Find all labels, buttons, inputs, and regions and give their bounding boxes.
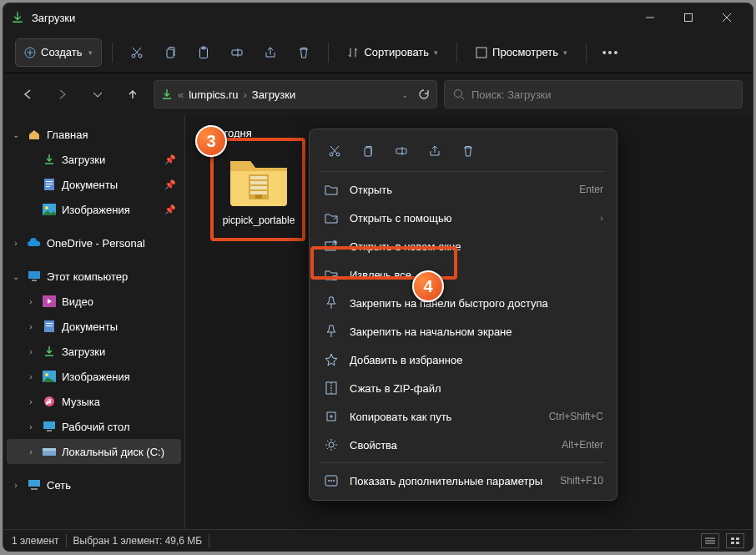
ctx-cut-button[interactable] — [320, 138, 350, 164]
back-button[interactable] — [13, 80, 42, 108]
ctx-openwith[interactable]: Открыть с помощью › — [315, 204, 612, 232]
delete-button[interactable] — [290, 38, 318, 67]
view-label: Просмотреть — [492, 46, 558, 58]
sidebar-downloads2[interactable]: › Загрузки — [7, 339, 181, 364]
sidebar-pictures[interactable]: Изображения 📌 — [7, 197, 181, 222]
ctx-copypath[interactable]: Копировать как путь Ctrl+Shift+C — [315, 402, 612, 431]
svg-rect-38 — [28, 480, 40, 487]
chevron-right-icon[interactable]: › — [25, 322, 37, 331]
ctx-delete-button[interactable] — [453, 138, 483, 164]
sidebar-localdisk[interactable]: › Локальный диск (C:) — [7, 439, 181, 464]
refresh-button[interactable] — [418, 88, 430, 100]
chevron-right-icon[interactable]: › — [25, 447, 37, 457]
ctx-more-options[interactable]: Показать дополнительные параметры Shift+… — [315, 467, 612, 495]
separator — [112, 43, 113, 63]
chevron-right-icon: › — [243, 88, 246, 101]
svg-rect-50 — [365, 148, 371, 156]
paste-button[interactable] — [189, 38, 218, 67]
window-title: Загрузки — [32, 12, 631, 24]
chevron-right-icon[interactable]: › — [25, 397, 37, 406]
ctx-copy-button[interactable] — [353, 138, 383, 164]
chevron-right-icon[interactable]: › — [25, 422, 37, 431]
view-button[interactable]: Просмотреть ▾ — [467, 38, 576, 67]
copy-button[interactable] — [156, 38, 184, 67]
ctx-newwindow[interactable]: Открыть в новом окне — [315, 232, 612, 260]
rename-button[interactable] — [223, 38, 251, 67]
chevron-right-icon[interactable]: › — [25, 297, 37, 306]
file-name: picpick_portable — [219, 214, 299, 226]
cut-button[interactable] — [123, 38, 151, 67]
sidebar-downloads[interactable]: Загрузки 📌 — [7, 147, 181, 172]
search-box[interactable]: Поиск: Загрузки — [444, 80, 743, 108]
svg-rect-67 — [736, 537, 739, 540]
up-button[interactable] — [118, 80, 147, 108]
chevron-down-icon[interactable]: ⌄ — [10, 272, 22, 281]
explorer-window: Загрузки Создать ▾ Сортировать ▾ Просм — [3, 3, 753, 552]
star-icon — [323, 351, 340, 368]
chevron-right-icon[interactable]: › — [10, 481, 22, 490]
ctx-pin-quickaccess[interactable]: Закрепить на панели быстрого доступа — [315, 289, 612, 317]
content-area[interactable]: ⌄ Сегодня picpick_portable — [185, 115, 753, 529]
sidebar-onedrive[interactable]: › OneDrive - Personal — [7, 230, 181, 255]
picture-icon — [42, 369, 57, 384]
file-item[interactable]: picpick_portable — [219, 149, 299, 226]
chevron-right-icon[interactable]: › — [10, 239, 22, 248]
view-details-button[interactable] — [701, 533, 719, 548]
view-icon — [476, 47, 487, 58]
status-count: 1 элемент — [12, 535, 59, 547]
chevron-right-icon[interactable]: › — [25, 347, 37, 356]
ctx-rename-button[interactable] — [386, 138, 416, 164]
close-button[interactable] — [708, 3, 746, 32]
view-icons-button[interactable] — [726, 533, 744, 548]
sort-button[interactable]: Сортировать ▾ — [339, 38, 446, 67]
chevron-down-icon: ▾ — [434, 48, 438, 57]
sidebar-video[interactable]: › Видео — [7, 289, 181, 314]
sidebar-desktop[interactable]: › Рабочий стол — [7, 414, 181, 439]
breadcrumb-root[interactable]: lumpics.ru — [189, 88, 238, 101]
sidebar-thispc[interactable]: ⌄ Этот компьютер — [7, 264, 181, 289]
newwindow-icon — [323, 238, 340, 255]
create-button[interactable]: Создать ▾ — [15, 38, 102, 67]
svg-rect-25 — [28, 271, 40, 279]
ctx-pin-start[interactable]: Закрепить на начальном экране — [315, 317, 612, 346]
more-button[interactable]: ••• — [597, 38, 625, 67]
svg-rect-39 — [31, 488, 38, 490]
sidebar-documents2[interactable]: › Документы — [7, 314, 181, 339]
ctx-share-button[interactable] — [420, 138, 450, 164]
svg-rect-30 — [46, 325, 53, 326]
pc-icon — [27, 269, 42, 284]
pin-icon — [323, 323, 340, 340]
forward-button[interactable] — [48, 80, 77, 108]
annotation-badge-3: 3 — [195, 125, 227, 157]
sidebar-network[interactable]: › Сеть — [7, 472, 181, 497]
ctx-zip[interactable]: Сжать в ZIP-файл — [315, 374, 612, 402]
sidebar-documents[interactable]: Документы 📌 — [7, 172, 181, 197]
chevron-down-icon[interactable]: ⌄ — [10, 130, 22, 139]
chevron-down-icon[interactable]: ⌄ — [401, 90, 408, 99]
minimize-button[interactable] — [631, 3, 669, 32]
svg-rect-35 — [47, 430, 52, 431]
open-icon — [323, 181, 340, 198]
svg-rect-1 — [685, 14, 693, 22]
ctx-extract[interactable]: Извлечь все... — [315, 260, 612, 289]
address-bar[interactable]: « lumpics.ru › Загрузки ⌄ — [154, 80, 437, 108]
svg-line-18 — [461, 97, 464, 99]
breadcrumb-current[interactable]: Загрузки — [252, 88, 295, 101]
svg-rect-26 — [32, 280, 37, 281]
chevron-right-icon[interactable]: › — [25, 372, 37, 381]
app-icon — [10, 10, 25, 25]
sidebar-music[interactable]: › Музыка — [7, 389, 181, 414]
ctx-favorite[interactable]: Добавить в избранное — [315, 346, 612, 374]
ctx-open[interactable]: Открыть Enter — [315, 175, 612, 204]
svg-rect-69 — [736, 542, 739, 544]
maximize-button[interactable] — [669, 3, 708, 32]
sidebar-pictures2[interactable]: › Изображения — [7, 364, 181, 389]
ctx-properties[interactable]: Свойства Alt+Enter — [315, 431, 612, 459]
annotation-badge-4: 4 — [412, 270, 444, 302]
svg-rect-45 — [255, 194, 262, 199]
network-icon — [27, 477, 42, 492]
share-button[interactable] — [256, 38, 285, 67]
recent-button[interactable] — [83, 80, 112, 108]
sidebar-home[interactable]: ⌄ Главная — [7, 122, 181, 147]
svg-point-62 — [333, 480, 335, 482]
